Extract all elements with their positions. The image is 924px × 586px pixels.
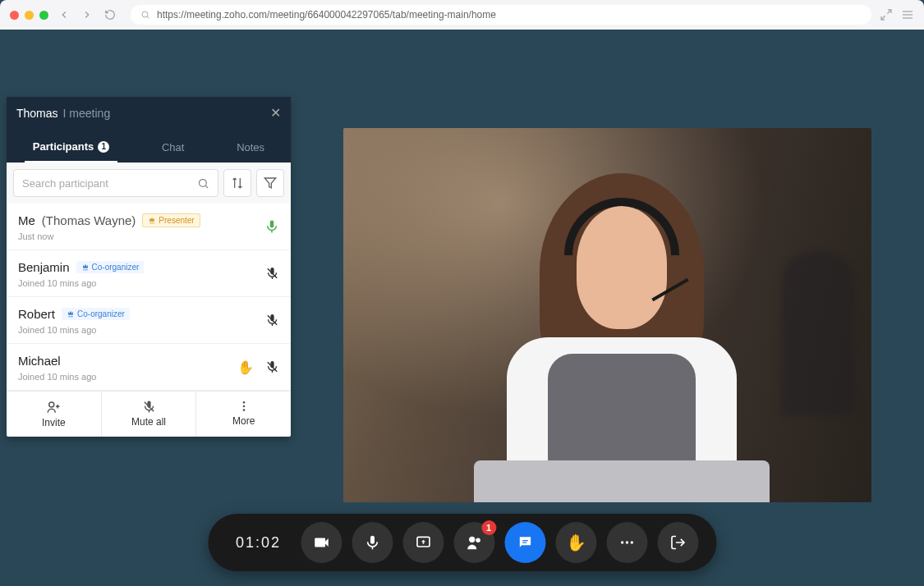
- participants-button[interactable]: 1: [453, 522, 494, 563]
- participant-row[interactable]: Benjamin Co-organizer Joined 10 mins ago: [7, 250, 291, 297]
- search-row: [7, 163, 291, 204]
- more-label: More: [232, 415, 255, 427]
- panel-footer: Invite Mute all More: [7, 391, 291, 437]
- chat-button[interactable]: [504, 522, 545, 563]
- participant-name: Me: [18, 213, 35, 227]
- svg-point-27: [469, 537, 475, 543]
- svg-point-23: [242, 405, 245, 408]
- window-minimize-button[interactable]: [25, 11, 34, 20]
- mic-muted-icon[interactable]: [265, 314, 279, 327]
- search-icon[interactable]: [197, 177, 209, 190]
- svg-point-28: [476, 538, 480, 543]
- svg-point-24: [242, 409, 245, 411]
- participant-icons: ✋: [237, 359, 279, 375]
- more-icon: [237, 400, 251, 413]
- participant-name-row: Robert Co-organizer: [18, 307, 279, 321]
- participant-name-row: Me (Thomas Wayne) Presenter: [18, 213, 279, 227]
- participants-badge: 1: [481, 520, 496, 535]
- close-panel-button[interactable]: ✕: [270, 105, 281, 121]
- meeting-toolbar: 01:02 1 ✋: [208, 514, 716, 571]
- mic-muted-icon[interactable]: [265, 267, 279, 281]
- panel-header: Thomas I meeting ✕: [7, 97, 291, 129]
- svg-point-22: [242, 401, 245, 404]
- meeting-main: Thomas I meeting ✕ Participants 1 Chat N…: [0, 30, 924, 586]
- video-person: [482, 173, 761, 502]
- participants-list: Me (Thomas Wayne) Presenter Just now Be: [7, 204, 291, 391]
- mute-all-button[interactable]: Mute all: [101, 391, 196, 437]
- leave-button[interactable]: [657, 522, 698, 563]
- participant-name-row: Benjamin Co-organizer: [18, 260, 279, 274]
- sort-button[interactable]: [223, 169, 251, 197]
- co-organizer-badge: Co-organizer: [76, 261, 145, 273]
- window-maximize-button[interactable]: [39, 11, 48, 20]
- participant-row[interactable]: Robert Co-organizer Joined 10 mins ago: [7, 297, 291, 344]
- svg-point-32: [625, 541, 627, 543]
- participant-name: Benjamin: [18, 260, 70, 274]
- participant-time: Joined 10 mins ago: [18, 325, 279, 335]
- mic-button[interactable]: [352, 522, 393, 563]
- badge-label: Presenter: [159, 216, 194, 225]
- mute-all-icon: [142, 400, 156, 414]
- svg-point-0: [142, 11, 148, 17]
- url-bar[interactable]: https://meeting.zoho.com/meeting/6640000…: [131, 5, 871, 25]
- svg-line-3: [881, 16, 885, 20]
- browser-chrome: https://meeting.zoho.com/meeting/6640000…: [0, 0, 924, 30]
- meeting-timer: 01:02: [226, 534, 291, 552]
- svg-line-8: [205, 185, 208, 188]
- nav-forward-button[interactable]: [80, 9, 94, 21]
- main-video[interactable]: [343, 128, 871, 502]
- participant-icons: [265, 314, 279, 327]
- tab-notes[interactable]: Notes: [228, 134, 273, 163]
- more-button[interactable]: More: [195, 391, 291, 437]
- tab-notes-label: Notes: [237, 141, 264, 153]
- meeting-title-suffix: I meeting: [63, 107, 111, 120]
- window-close-button[interactable]: [10, 11, 19, 20]
- more-options-button[interactable]: [606, 522, 647, 563]
- reactions-button[interactable]: ✋: [555, 522, 596, 563]
- invite-button[interactable]: Invite: [7, 391, 101, 437]
- mute-all-label: Mute all: [131, 416, 166, 428]
- tab-participants[interactable]: Participants 1: [25, 134, 117, 163]
- search-icon: [140, 10, 150, 20]
- traffic-lights: [10, 11, 48, 20]
- url-text: https://meeting.zoho.com/meeting/6640000…: [157, 9, 496, 21]
- background-person: [781, 251, 855, 415]
- svg-line-2: [887, 10, 891, 14]
- participant-row[interactable]: Michael Joined 10 mins ago ✋: [7, 344, 291, 391]
- co-organizer-badge: Co-organizer: [62, 308, 130, 320]
- svg-point-7: [200, 179, 207, 186]
- nav-back-button[interactable]: [57, 9, 71, 21]
- panel-tabs: Participants 1 Chat Notes: [7, 129, 291, 163]
- menu-icon[interactable]: [901, 8, 914, 21]
- badge-label: Co-organizer: [77, 309, 125, 318]
- tab-chat-label: Chat: [162, 141, 184, 153]
- svg-point-33: [630, 541, 632, 543]
- participants-panel: Thomas I meeting ✕ Participants 1 Chat N…: [7, 97, 291, 437]
- participants-count-badge: 1: [98, 141, 109, 153]
- svg-line-1: [147, 16, 149, 18]
- participant-name: Michael: [18, 354, 61, 368]
- badge-label: Co-organizer: [92, 263, 140, 272]
- mic-active-icon[interactable]: [264, 219, 279, 234]
- camera-button[interactable]: [301, 522, 342, 563]
- expand-icon[interactable]: [880, 8, 893, 21]
- svg-point-31: [621, 541, 623, 543]
- search-input[interactable]: [22, 177, 197, 190]
- tab-chat[interactable]: Chat: [154, 134, 192, 163]
- participant-name-sub: (Thomas Wayne): [42, 213, 136, 227]
- mic-muted-icon[interactable]: [265, 360, 279, 374]
- tab-participants-label: Participants: [33, 140, 94, 153]
- participant-time: Just now: [18, 231, 279, 241]
- panel-title: Thomas I meeting: [16, 107, 110, 120]
- invite-icon: [46, 400, 61, 414]
- nav-refresh-button[interactable]: [103, 9, 117, 21]
- meeting-host-name: Thomas: [16, 107, 58, 120]
- presenter-badge: Presenter: [142, 213, 200, 227]
- search-box: [13, 169, 218, 197]
- participant-name: Robert: [18, 307, 55, 321]
- svg-marker-9: [264, 178, 275, 188]
- participant-row[interactable]: Me (Thomas Wayne) Presenter Just now: [7, 204, 291, 250]
- chrome-actions: [880, 8, 914, 21]
- share-screen-button[interactable]: [402, 522, 444, 563]
- filter-button[interactable]: [256, 169, 284, 197]
